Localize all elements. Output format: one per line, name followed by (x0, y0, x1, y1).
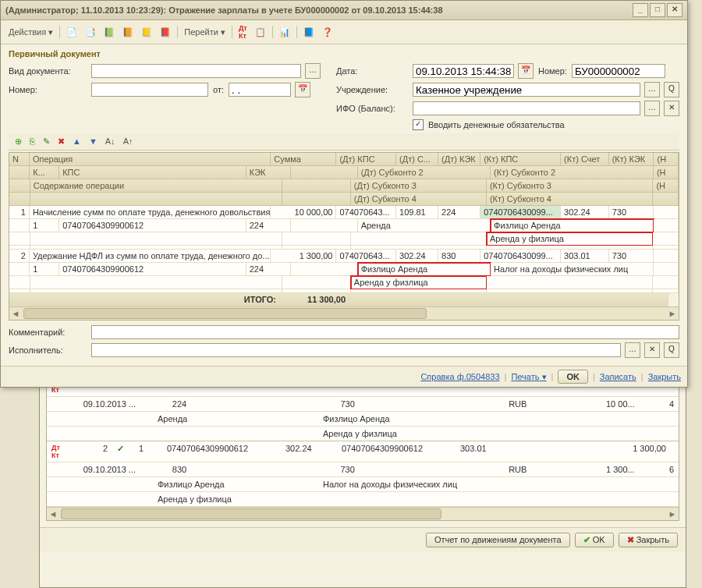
col-kt-sub4[interactable]: (Кт) Субконто 4 (487, 193, 653, 206)
bg-n: 2 (80, 443, 112, 460)
doc-type-picker[interactable]: … (305, 63, 321, 79)
reg-number-input[interactable] (572, 64, 665, 78)
table-row[interactable]: Аренда у физлица (9, 232, 679, 246)
tb-icon-4[interactable]: 📙 (119, 26, 136, 39)
from-date-input[interactable] (229, 83, 291, 97)
actions-menu[interactable]: Действия ▾ (5, 26, 56, 39)
bg-scroll-h[interactable]: ◄► (47, 507, 679, 520)
insert-icon[interactable]: ⎘ (27, 135, 38, 148)
date-input[interactable] (413, 64, 514, 78)
col-dt-kps[interactable]: (Дт) КПС (336, 153, 396, 166)
date-picker-icon[interactable]: 📅 (518, 63, 534, 79)
ifo-clear[interactable]: ✕ (664, 101, 679, 116)
up-icon[interactable]: ▲ (69, 135, 84, 148)
total-label: ИТОГО: (9, 293, 280, 306)
bg-cur: RUB (504, 464, 577, 475)
col-kps[interactable]: КПС (59, 166, 246, 179)
org-input[interactable] (413, 83, 640, 97)
table-row[interactable]: Аренда у физлица (9, 276, 679, 289)
grid-scroll-h[interactable]: ◄► (9, 306, 679, 320)
table-row[interactable]: 2 Удержание НДФЛ из сумм по оплате труда… (9, 250, 679, 263)
tb-icon-8[interactable]: 📊 (276, 26, 293, 39)
number-input[interactable] (91, 83, 208, 97)
org-picker[interactable]: … (644, 82, 660, 97)
col-dt-kek[interactable]: (Дт) КЭК (438, 153, 480, 166)
edit-icon[interactable]: ✎ (40, 135, 53, 148)
doc-type-label: Вид документа: (9, 66, 87, 76)
col-kt-kek[interactable]: (Кт) КЭК (609, 153, 654, 166)
sort-asc-icon[interactable]: A↓ (102, 135, 119, 148)
tb-icon-2[interactable]: 📑 (82, 26, 99, 39)
tb-icon-7[interactable]: 📋 (252, 26, 269, 39)
down-icon[interactable]: ▼ (86, 135, 101, 148)
tb-icon-1[interactable]: 📄 (63, 26, 80, 39)
org-open[interactable]: Q (664, 82, 679, 97)
col-operation[interactable]: Операция (30, 153, 271, 166)
col-kt-sub2[interactable]: (Кт) Субконто 2 (491, 166, 654, 179)
report-button[interactable]: Отчет по движениям документа (426, 533, 570, 547)
bg-amt2: 10 00... (578, 398, 640, 409)
executor-input[interactable] (91, 343, 621, 357)
ifo-input[interactable] (413, 101, 640, 115)
col-nt[interactable]: (Н (654, 153, 679, 166)
spravka-link[interactable]: Справка ф.0504833 (420, 372, 499, 381)
executor-picker[interactable]: … (625, 342, 640, 358)
col-desc[interactable]: Содержание операции (30, 179, 283, 193)
col-nt2[interactable]: (Н (654, 166, 679, 179)
col-nt3[interactable]: (Н (653, 179, 679, 193)
col-kt-kps[interactable]: (Кт) КПС (480, 153, 561, 166)
sort-desc-icon[interactable]: A↑ (120, 135, 136, 148)
ok-button[interactable]: OK (558, 370, 588, 384)
tb-icon-3[interactable]: 📗 (101, 26, 118, 39)
bg-sub1: Аренда (153, 413, 318, 424)
col-dt-sub4[interactable]: (Дт) Субконто 4 (351, 193, 487, 206)
goto-menu[interactable]: Перейти ▾ (181, 26, 229, 39)
bg-close-button[interactable]: ✖ Закрыть (619, 533, 678, 547)
highlighted-sub2: Физлицо Аренда (491, 219, 654, 232)
maximize-button[interactable]: □ (650, 3, 665, 17)
close-link[interactable]: Закрыть (648, 372, 681, 381)
add-icon[interactable]: ⊕ (12, 135, 25, 148)
tb-icon-9[interactable]: 📘 (300, 26, 317, 39)
close-button[interactable]: ✕ (667, 3, 682, 17)
print-menu[interactable]: Печать ▾ (511, 372, 546, 382)
highlighted-dt-sub3: Аренда у физлица (351, 276, 487, 289)
table-row[interactable]: 1 07407064309900612 224 Физлицо Аренда Н… (9, 263, 679, 276)
comment-input[interactable] (91, 325, 679, 339)
table-row[interactable]: 1 07407064309900612 224 Аренда Физлицо А… (9, 219, 679, 232)
executor-clear[interactable]: ✕ (644, 342, 660, 358)
col-kek[interactable]: КЭК (246, 166, 291, 179)
main-grid: N Операция Сумма (Дт) КПС (Дт) С... (Дт)… (9, 152, 679, 321)
bg-ok-button[interactable]: ✔ OK (575, 533, 614, 547)
dtkt-icon[interactable]: ДтКт (236, 23, 250, 41)
date-picker-icon[interactable]: 📅 (295, 82, 310, 97)
window-title: (Администратор; 11.10.2013 10:23:29): От… (5, 5, 633, 15)
col-kt-sub3[interactable]: (Кт) Субконто 3 (487, 179, 653, 193)
executor-open[interactable]: Q (664, 342, 679, 358)
col-dt-s[interactable]: (Дт) С... (396, 153, 438, 166)
delete-icon[interactable]: ✖ (55, 135, 68, 148)
bg-kek1: 830 (168, 464, 282, 475)
ifo-picker[interactable]: … (644, 101, 660, 116)
col-sum[interactable]: Сумма (271, 153, 336, 166)
col-k[interactable]: К... (30, 166, 59, 179)
col-n[interactable]: N (9, 153, 30, 166)
col-kt-schet[interactable]: (Кт) Счет (561, 153, 609, 166)
minimize-button[interactable]: _ (633, 3, 648, 17)
table-row[interactable]: 1 Начисление сумм по оплате труда, денеж… (9, 206, 679, 219)
bg-sub1b: Аренда у физлица (153, 494, 318, 505)
tb-icon-6[interactable]: 📕 (157, 26, 174, 39)
save-button[interactable]: Записать (600, 372, 636, 381)
bg-sub2: Налог на доходы физических лиц (318, 479, 484, 490)
executor-label: Исполнитель: (9, 345, 87, 355)
tb-icon-5[interactable]: 📒 (138, 26, 155, 39)
doc-type-input[interactable] (91, 64, 301, 78)
bg-s2: 303.01 (456, 443, 512, 460)
col-dt-sub3[interactable]: (Дт) Субконто 3 (351, 179, 487, 193)
col-dt-sub2[interactable]: (Дт) Субконто 2 (358, 166, 491, 179)
bg-kek2: 730 (336, 464, 450, 475)
money-checkbox[interactable]: ✓ (413, 119, 424, 130)
reg-number-label: Номер: (538, 66, 567, 76)
help-icon[interactable]: ❓ (319, 26, 336, 39)
total-sum: 11 300,00 (280, 293, 349, 306)
